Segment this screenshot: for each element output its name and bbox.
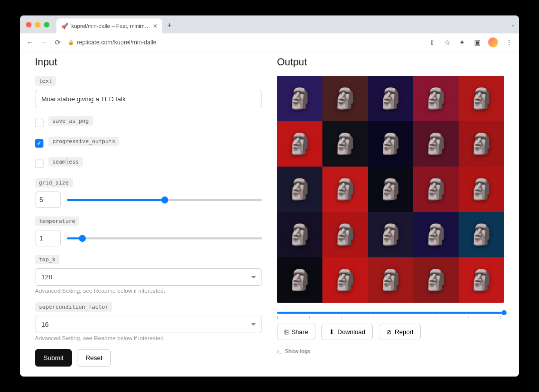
moai-icon: 🗿 [287, 268, 312, 292]
back-button[interactable]: ← [26, 38, 34, 46]
top-k-label: top_k [35, 255, 59, 264]
moai-icon: 🗿 [469, 87, 494, 110]
close-tab-icon[interactable]: × [153, 22, 157, 30]
show-logs-toggle[interactable]: ›_Show logs [277, 348, 504, 354]
output-cell: 🗿 [459, 212, 504, 257]
supercondition-select[interactable]: 16 [35, 316, 262, 333]
save-as-png-checkbox[interactable] [35, 119, 43, 127]
menu-icon[interactable]: ⋮ [505, 38, 513, 46]
seamless-checkbox[interactable] [35, 160, 43, 168]
moai-icon: 🗿 [469, 268, 494, 292]
output-cell: 🗿 [277, 257, 322, 303]
share-icon: ⎘ [284, 329, 288, 336]
moai-icon: 🗿 [424, 268, 449, 292]
tab-title: kuprel/min-dalle – Fast, minim… [71, 23, 150, 29]
moai-icon: 🗿 [378, 132, 403, 156]
progressive-outputs-checkbox[interactable] [35, 139, 43, 148]
input-heading: Input [35, 56, 262, 68]
top-k-help: Advanced Setting, see Readme below if in… [35, 288, 262, 294]
output-cell: 🗿 [368, 257, 413, 303]
output-progress-slider[interactable] [277, 312, 504, 314]
report-button[interactable]: ⊘Report [379, 324, 421, 340]
output-cell: 🗿 [322, 167, 368, 212]
bookmark-icon[interactable]: ☆ [443, 38, 451, 46]
forward-button[interactable]: → [40, 38, 48, 46]
favicon-icon: 🚀 [61, 23, 68, 29]
download-icon: ⬇ [329, 328, 334, 336]
output-cell: 🗿 [413, 257, 459, 303]
moai-icon: 🗿 [469, 132, 494, 156]
output-cell: 🗿 [413, 212, 459, 257]
output-cell: 🗿 [368, 167, 413, 212]
tab-bar: 🚀 kuprel/min-dalle – Fast, minim… × + ⌄ [20, 15, 519, 33]
output-cell: 🗿 [368, 121, 413, 167]
output-cell: 🗿 [277, 212, 322, 257]
moai-icon: 🗿 [378, 87, 403, 110]
output-cell: 🗿 [368, 212, 413, 257]
output-heading: Output [277, 56, 504, 68]
temperature-slider[interactable] [67, 237, 262, 239]
moai-icon: 🗿 [378, 178, 403, 201]
reload-button[interactable]: ⟳ [54, 38, 62, 46]
moai-icon: 🗿 [333, 87, 358, 110]
close-window-icon[interactable] [26, 22, 31, 27]
sidepanel-icon[interactable]: ▣ [473, 38, 481, 46]
progressive-outputs-label: progressive_outputs [48, 137, 119, 146]
moai-icon: 🗿 [333, 223, 358, 246]
output-cell: 🗿 [459, 167, 504, 212]
moai-icon: 🗿 [469, 178, 494, 201]
window-controls [26, 22, 49, 27]
supercondition-help: Advanced Setting, see Readme below if in… [35, 335, 262, 341]
maximize-window-icon[interactable] [44, 22, 49, 27]
supercondition-label: supercondition_factor [35, 302, 112, 312]
extensions-icon[interactable]: ✦ [458, 38, 466, 46]
moai-icon: 🗿 [424, 178, 449, 201]
browser-window: 🚀 kuprel/min-dalle – Fast, minim… × + ⌄ … [20, 15, 519, 377]
minimize-window-icon[interactable] [35, 22, 40, 27]
new-tab-button[interactable]: + [167, 20, 172, 29]
moai-icon: 🗿 [333, 132, 358, 156]
share-button[interactable]: ⎘Share [277, 324, 315, 340]
grid-size-input[interactable] [35, 192, 61, 208]
top-k-select[interactable]: 128 [35, 268, 262, 286]
output-image-grid: 🗿🗿🗿🗿🗿🗿🗿🗿🗿🗿🗿🗿🗿🗿🗿🗿🗿🗿🗿🗿🗿🗿🗿🗿🗿 [277, 76, 504, 303]
moai-icon: 🗿 [424, 87, 449, 110]
moai-icon: 🗿 [333, 178, 358, 201]
share-page-icon[interactable]: ⇧ [428, 38, 436, 46]
submit-button[interactable]: Submit [35, 349, 72, 367]
output-cell: 🗿 [277, 76, 322, 121]
moai-icon: 🗿 [287, 178, 312, 201]
moai-icon: 🗿 [378, 223, 403, 246]
report-icon: ⊘ [386, 328, 392, 336]
reset-button[interactable]: Reset [77, 349, 111, 367]
seamless-label: seamless [48, 157, 83, 167]
temperature-label: temperature [35, 216, 79, 226]
output-cell: 🗿 [322, 257, 368, 303]
tabs-menu-icon[interactable]: ⌄ [511, 21, 515, 28]
output-cell: 🗿 [322, 121, 368, 167]
text-input[interactable] [35, 90, 262, 108]
input-column: Input text save_as_png progressive_outpu… [35, 56, 262, 367]
moai-icon: 🗿 [469, 223, 494, 246]
browser-tab[interactable]: 🚀 kuprel/min-dalle – Fast, minim… × [56, 18, 162, 33]
terminal-icon: ›_ [277, 348, 282, 354]
output-cell: 🗿 [413, 121, 459, 167]
moai-icon: 🗿 [333, 268, 358, 292]
output-cell: 🗿 [322, 212, 368, 257]
output-cell: 🗿 [413, 167, 459, 212]
save-as-png-label: save_as_png [48, 116, 93, 126]
address-field[interactable]: 🔒 replicate.com/kuprel/min-dalle [68, 39, 422, 46]
page-content: Input text save_as_png progressive_outpu… [20, 51, 519, 377]
output-cell: 🗿 [459, 257, 504, 303]
url-bar: ← → ⟳ 🔒 replicate.com/kuprel/min-dalle ⇧… [20, 33, 519, 51]
output-cell: 🗿 [459, 121, 504, 167]
profile-avatar[interactable] [488, 37, 498, 47]
temperature-input[interactable] [35, 230, 61, 246]
lock-icon: 🔒 [68, 39, 74, 45]
moai-icon: 🗿 [287, 87, 312, 110]
output-cell: 🗿 [277, 121, 322, 167]
grid-size-label: grid_size [35, 178, 73, 188]
grid-size-slider[interactable] [67, 199, 262, 201]
download-button[interactable]: ⬇Download [321, 324, 373, 340]
moai-icon: 🗿 [378, 268, 403, 292]
